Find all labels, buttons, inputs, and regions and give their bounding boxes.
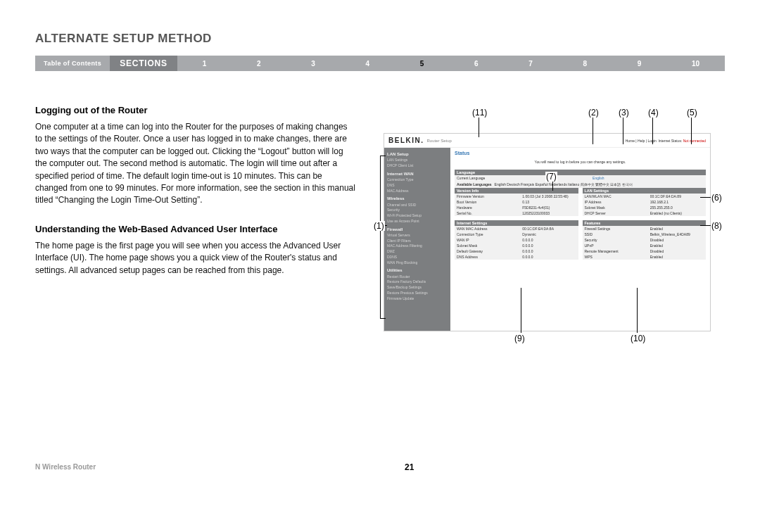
router-header: BELKIN. Router Setup Home | Help | Login…	[384, 134, 710, 148]
nav-4[interactable]: 4	[365, 60, 369, 68]
nav-10[interactable]: 10	[692, 60, 699, 68]
lan-box: LAN Settings LAN/WLAN MAC00:1C:DF:E4:DA:…	[583, 188, 707, 216]
nav-numbers: 1 2 3 4 5 6 7 8 9 10	[177, 56, 725, 71]
nav-7[interactable]: 7	[528, 60, 533, 68]
nav-8[interactable]: 8	[583, 60, 587, 68]
router-ui: BELKIN. Router Setup Home | Help | Login…	[384, 133, 711, 331]
internet-box: Internet Settings WAN MAC Address00:1C:D…	[455, 220, 578, 260]
callout-8: (8)	[711, 221, 723, 231]
section-para-1: One computer at a time can log into the …	[35, 121, 355, 207]
callout-1: (1)	[373, 221, 385, 231]
callout-4: (4)	[647, 108, 659, 118]
nav-1[interactable]: 1	[203, 60, 207, 68]
nav-6[interactable]: 6	[474, 60, 479, 68]
features-box: Features Firewall SettingsEnabled SSIDBe…	[583, 220, 707, 260]
left-column: Logging out of the Router One computer a…	[35, 105, 373, 293]
nav-3[interactable]: 3	[311, 60, 315, 68]
nav-9[interactable]: 9	[638, 60, 642, 68]
callout-11: (11)	[471, 108, 488, 118]
callout-5: (5)	[686, 108, 698, 118]
nav-2[interactable]: 2	[257, 60, 261, 68]
router-sidebar[interactable]: LAN Setup LAN Settings DHCP Client List …	[384, 148, 450, 331]
footer: N Wireless Router 21 .	[35, 455, 725, 472]
sections-label: SECTIONS	[110, 56, 177, 71]
page-title: ALTERNATE SETUP METHOD	[35, 32, 725, 46]
status-heading: Status	[455, 151, 706, 156]
version-box: Version Info Firmware Version1.00.03 (Ju…	[455, 188, 578, 216]
callout-10: (10)	[630, 334, 646, 343]
section-para-2: The home page is the first page you will…	[35, 240, 355, 277]
section-heading-1: Logging out of the Router	[35, 105, 355, 115]
callout-2: (2)	[588, 108, 600, 118]
section-heading-2: Understanding the Web-Based Advanced Use…	[35, 224, 355, 234]
router-main: Status You will need to log in before yo…	[450, 148, 710, 331]
callout-9: (9)	[514, 334, 526, 343]
brand-logo: BELKIN.	[388, 137, 424, 144]
callout-3: (3)	[618, 108, 630, 118]
router-top-links[interactable]: Home | Help | Login Internet Status: Not…	[626, 139, 706, 143]
footer-left: N Wireless Router	[35, 463, 96, 471]
nav-bar: Table of Contents SECTIONS 1 2 3 4 5 6 7…	[35, 56, 725, 71]
login-note: You will need to log in before you can c…	[455, 160, 706, 164]
nav-5[interactable]: 5	[420, 60, 424, 68]
callout-7: (7)	[545, 172, 557, 182]
router-subtitle: Router Setup	[427, 139, 452, 143]
figure-area: (11) (2) (3) (4) (5) (7) (6) (1) (8) (9)…	[373, 105, 725, 293]
callout-6: (6)	[711, 193, 723, 203]
language-box: Language Current LanguageEnglish Availab…	[455, 170, 706, 188]
toc-link[interactable]: Table of Contents	[35, 60, 110, 67]
page-number: 21	[405, 462, 414, 472]
